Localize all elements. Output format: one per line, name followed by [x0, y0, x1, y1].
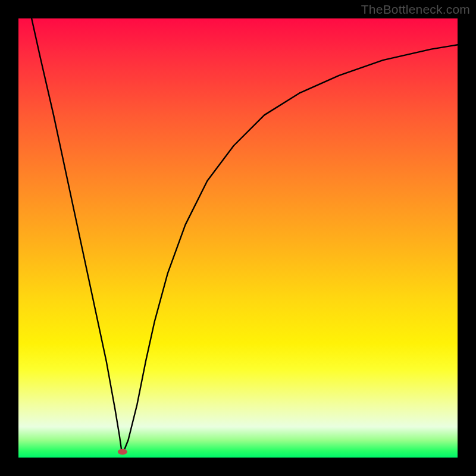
chart-curve	[32, 18, 458, 451]
chart-frame: TheBottleneck.com	[0, 0, 476, 476]
plot-area	[18, 18, 458, 458]
curve-minimum-marker	[118, 449, 127, 455]
chart-svg	[18, 18, 458, 458]
watermark-text: TheBottleneck.com	[361, 2, 470, 17]
